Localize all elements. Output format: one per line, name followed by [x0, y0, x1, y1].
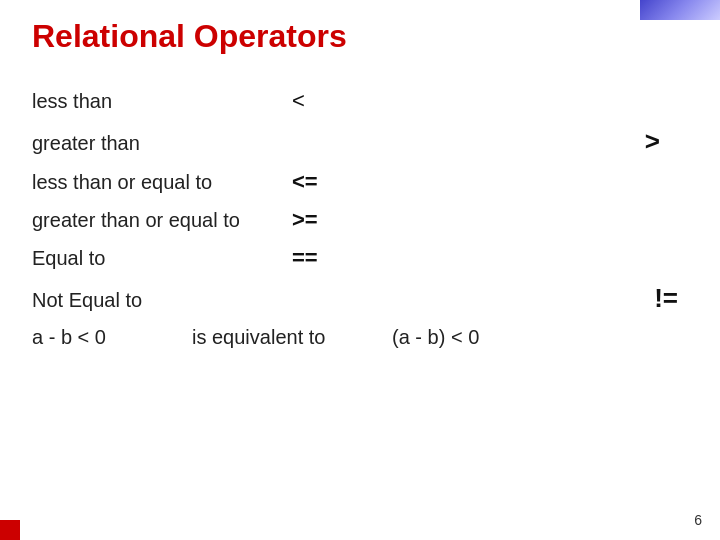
label-not-equal-to: Not Equal to [32, 289, 292, 312]
content-area: less than < greater than > less than or … [32, 88, 688, 361]
operator-not-equal-to: != [654, 283, 688, 314]
equiv-part2: is equivalent to [192, 326, 352, 349]
label-greater-than-equal: greater than or equal to [32, 209, 292, 232]
operator-greater-than-equal: >= [292, 207, 318, 233]
label-equal-to: Equal to [32, 247, 292, 270]
operator-less-than: < [292, 88, 305, 114]
equiv-part1: a - b < 0 [32, 326, 152, 349]
operator-equal-to: == [292, 245, 318, 271]
page-title: Relational Operators [32, 18, 347, 55]
row-less-than: less than < [32, 88, 688, 114]
label-less-than-equal: less than or equal to [32, 171, 292, 194]
corner-decoration-bottom-left [0, 520, 20, 540]
row-greater-than-equal: greater than or equal to >= [32, 207, 688, 233]
equiv-part3: (a - b) < 0 [392, 326, 479, 349]
corner-decoration-top-right [640, 0, 720, 20]
page-number: 6 [694, 512, 702, 528]
row-greater-than: greater than > [32, 126, 688, 157]
operator-less-than-equal: <= [292, 169, 318, 195]
row-equal-to: Equal to == [32, 245, 688, 271]
row-less-than-equal: less than or equal to <= [32, 169, 688, 195]
equivalent-row: a - b < 0 is equivalent to (a - b) < 0 [32, 326, 688, 349]
label-less-than: less than [32, 90, 292, 113]
operator-greater-than: > [645, 126, 688, 157]
row-not-equal-to: Not Equal to != [32, 283, 688, 314]
label-greater-than: greater than [32, 132, 292, 155]
